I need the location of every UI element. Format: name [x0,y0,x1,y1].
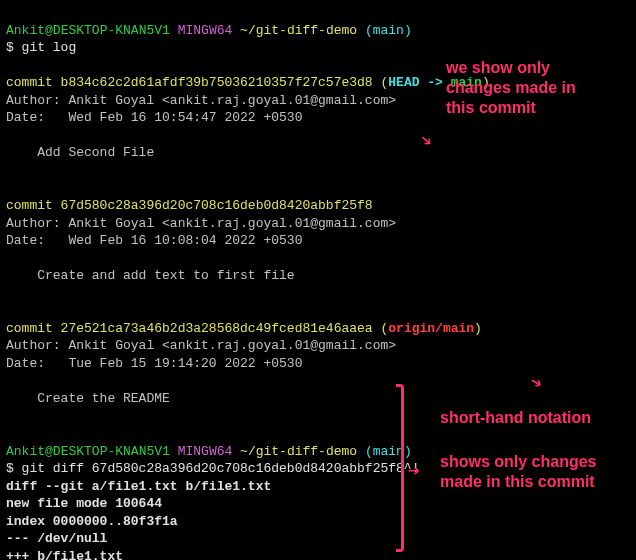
commit-hash: b834c62c2d61afdf39b75036210357f27c57e3d8 [61,75,373,90]
branch-close: ) [404,444,412,459]
diff-index: index 0000000..80f3f1a [6,513,630,531]
commit-label: commit [6,198,61,213]
branch-open: ( [357,23,373,38]
annotation-short-hand: short-hand notation [440,408,591,428]
command-git-log: $ git log [6,39,630,57]
annotation-line: we show only [446,58,576,78]
prompt-line-1: Ankit@DESKTOP-KNAN5V1 MINGW64 ~/git-diff… [6,4,630,39]
annotation-line: shows only changes [440,452,596,472]
bracket-icon [396,384,404,552]
ref-open: ( [373,75,389,90]
annotation-shows-only: shows only changes made in this commit [440,452,596,492]
head-ref: HEAD -> [388,75,450,90]
prompt-at: @ [45,23,53,38]
prompt-at: @ [45,444,53,459]
ref-open: ( [373,321,389,336]
prompt-env: MINGW64 [178,23,233,38]
commit-label: commit [6,321,61,336]
diff-newfile: new file mode 100644 [6,495,630,513]
commit-2-line: commit 67d580c28a396d20c708c16deb0d8420a… [6,179,630,214]
commit-hash: 67d580c28a396d20c708c16deb0d8420abbf25f8 [61,198,373,213]
diff-minus: --- /dev/null [6,530,630,548]
prompt-user: Ankit [6,23,45,38]
prompt-host: DESKTOP-KNAN5V1 [53,444,170,459]
commit-1-msg: Add Second File [6,144,630,162]
annotation-line: changes made in [446,78,576,98]
ref-close: ) [474,321,482,336]
remote-ref: origin/main [388,321,474,336]
annotation-we-show-only: we show only changes made in this commit [446,58,576,118]
prompt-path: ~/git-diff-demo [232,444,357,459]
annotation-line: this commit [446,98,576,118]
space [170,23,178,38]
commit-2-msg: Create and add text to first file [6,267,630,285]
commit-label: commit [6,75,61,90]
commit-hash: 27e521ca73a46b2d3a28568dc49fced81e46aaea [61,321,373,336]
author-2: Author: Ankit Goyal <ankit.raj.goyal.01@… [6,215,630,233]
annotation-line: made in this commit [440,472,596,492]
branch-close: ) [404,23,412,38]
diff-plus: +++ b/file1.txt [6,548,630,560]
prompt-env: MINGW64 [178,444,233,459]
date-2: Date: Wed Feb 16 10:08:04 2022 +0530 [6,232,630,250]
branch-open: ( [357,444,373,459]
author-3: Author: Ankit Goyal <ankit.raj.goyal.01@… [6,337,630,355]
prompt-host: DESKTOP-KNAN5V1 [53,23,170,38]
prompt-branch: main [373,23,404,38]
prompt-user: Ankit [6,444,45,459]
prompt-path: ~/git-diff-demo [232,23,357,38]
commit-3-line: commit 27e521ca73a46b2d3a28568dc49fced81… [6,302,630,337]
arrow-icon: ➔ [408,458,420,485]
space [170,444,178,459]
